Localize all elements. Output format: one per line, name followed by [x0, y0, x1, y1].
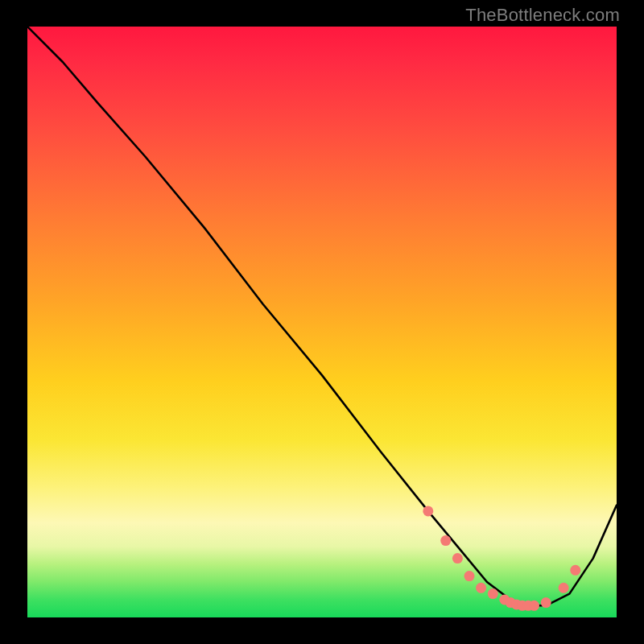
chart-line	[27, 27, 617, 605]
chart-marker	[423, 506, 433, 516]
chart-marker	[488, 588, 498, 599]
chart-frame: TheBottleneck.com	[0, 0, 644, 644]
chart-markers-group	[423, 506, 580, 610]
chart-marker	[452, 553, 463, 564]
chart-marker	[440, 535, 451, 546]
chart-marker	[529, 601, 539, 611]
chart-marker	[559, 583, 569, 593]
chart-marker	[464, 571, 475, 581]
chart-marker	[570, 565, 580, 576]
chart-marker	[541, 597, 551, 608]
chart-svg	[27, 27, 617, 617]
chart-marker	[476, 583, 486, 593]
chart-plot-area	[27, 27, 617, 617]
chart-line-group	[27, 27, 617, 605]
watermark-text: TheBottleneck.com	[465, 5, 620, 26]
